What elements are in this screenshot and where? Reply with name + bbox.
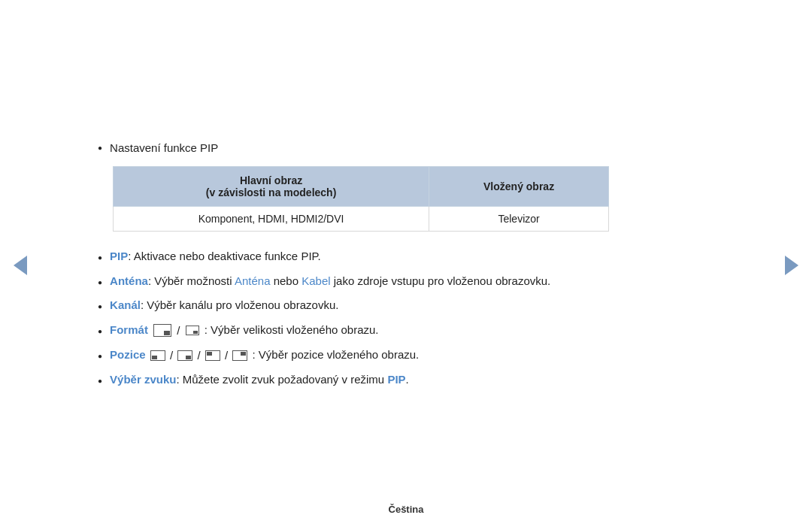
table-header-col2: Vložený obraz: [429, 167, 609, 207]
table-row: Komponent, HDMI, HDMI2/DVI Televizor: [114, 207, 609, 232]
position-icon-br: [177, 350, 192, 361]
table-header-col1: Hlavní obraz (v závislosti na modelech): [114, 167, 429, 207]
position-icon-bl: [150, 350, 165, 361]
pip-text: : Aktivace nebo deaktivace funkce PIP.: [128, 250, 321, 262]
sound-end: .: [406, 373, 409, 386]
antenna-label: Anténa: [110, 274, 148, 287]
sound-highlight: PIP: [387, 373, 405, 386]
nav-arrow-left[interactable]: [14, 256, 27, 275]
table-cell-main-source: Komponent, HDMI, HDMI2/DVI: [114, 207, 429, 232]
sound-text: : Můžete zvolit zvuk požadovaný v režimu: [176, 373, 387, 386]
position-label: Pozice: [110, 348, 146, 361]
antenna-text: : Výběr možnosti: [148, 274, 235, 287]
pip-label: PIP: [110, 250, 128, 262]
list-item-antenna: Anténa: Výběr možnosti Anténa nebo Kabel…: [98, 273, 714, 290]
position-icon-tr: [232, 350, 247, 361]
antenna-highlight2: Kabel: [301, 274, 330, 287]
list-item-position: Pozice / / /: [98, 347, 714, 364]
antenna-highlight1: Anténa: [235, 274, 271, 287]
footer-language: Čeština: [389, 504, 424, 515]
sound-label: Výběr zvuku: [110, 373, 176, 386]
antenna-mid: nebo: [271, 274, 302, 287]
section-heading-text: Nastavení funkce PIP: [110, 141, 218, 154]
channel-label: Kanál: [110, 298, 141, 311]
table-cell-sub-source: Televizor: [429, 207, 609, 232]
page-container: Nastavení funkce PIP Hlavní obraz (v záv…: [0, 0, 812, 530]
pip-table: Hlavní obraz (v závislosti na modelech) …: [113, 166, 609, 232]
format-icon-large: [153, 324, 171, 337]
section-heading: Nastavení funkce PIP: [98, 141, 714, 154]
list-item-format: Formát / : Výběr velikosti vloženého obr…: [98, 322, 714, 339]
position-text: : Výběr pozice vloženého obrazu.: [252, 348, 419, 361]
list-item-sound: Výběr zvuku: Můžete zvolit zvuk požadova…: [98, 371, 714, 389]
position-icon-tl: [205, 350, 220, 361]
format-label: Formát: [110, 323, 148, 336]
antenna-end: jako zdroje vstupu pro vloženou obrazovk…: [331, 274, 551, 287]
list-item-channel: Kanál: Výběr kanálu pro vloženou obrazov…: [98, 297, 714, 314]
main-content: Nastavení funkce PIP Hlavní obraz (v záv…: [83, 119, 729, 411]
channel-text: : Výběr kanálu pro vloženou obrazovku.: [141, 298, 339, 311]
nav-arrow-right[interactable]: [785, 256, 798, 275]
bullet-list: PIP: Aktivace nebo deaktivace funkce PIP…: [98, 248, 714, 389]
list-item-pip: PIP: Aktivace nebo deaktivace funkce PIP…: [98, 248, 714, 265]
format-icon-small: [186, 326, 199, 335]
format-text: : Výběr velikosti vloženého obrazu.: [205, 323, 379, 336]
